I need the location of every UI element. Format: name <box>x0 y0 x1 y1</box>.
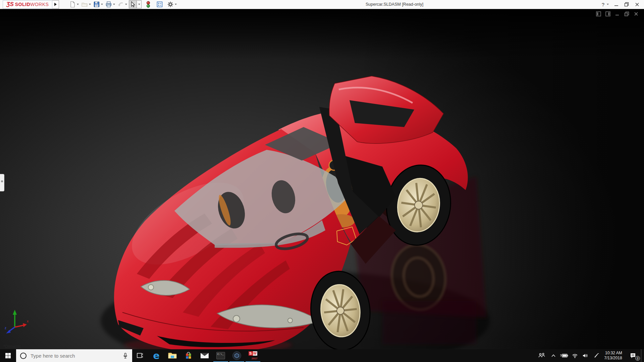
graphics-viewport[interactable]: x z *Dimetric <box>0 9 644 349</box>
orientation-triad: x z <box>4 307 30 335</box>
tray-date: 7/13/2018 <box>604 356 622 361</box>
system-tray: 10:32 AM 7/13/2018 2 <box>535 349 644 362</box>
pane-left-icon <box>596 11 601 16</box>
traffic-light-icon <box>145 1 152 8</box>
tray-overflow-button[interactable] <box>548 349 558 362</box>
document-window-controls <box>596 11 639 16</box>
print-dropdown[interactable] <box>113 4 115 5</box>
ds-logo-icon: ƷS <box>6 1 14 8</box>
action-center-button[interactable]: 2 <box>626 349 641 362</box>
view-orientation-label: *Dimetric <box>3 344 21 349</box>
store-icon <box>184 352 193 360</box>
titlebar: ƷS SOLID WORKS <box>0 0 644 9</box>
doc-close-icon <box>634 12 638 16</box>
file-properties-button[interactable] <box>156 0 164 8</box>
close-button[interactable] <box>634 1 640 7</box>
search-input[interactable] <box>31 353 118 359</box>
window-title: Supercar.SLDASM [Read-only] <box>366 2 423 7</box>
select-tool-button[interactable] <box>129 0 137 8</box>
save-dropdown[interactable] <box>101 4 103 5</box>
open-dropdown[interactable] <box>89 4 91 5</box>
edge-icon: e <box>153 350 160 361</box>
volume-button[interactable] <box>580 349 591 362</box>
tray-time: 10:32 AM <box>604 351 622 356</box>
file-explorer-icon <box>168 352 177 359</box>
gear-icon <box>167 1 174 8</box>
command-prompt-button[interactable]: C:\_ <box>213 349 229 362</box>
wifi-button[interactable] <box>570 349 580 362</box>
help-button[interactable]: ? <box>602 2 604 7</box>
feature-manager-collapsed-tab[interactable] <box>0 174 4 191</box>
mail-icon <box>200 352 209 359</box>
sw-letter-s: S <box>249 351 253 356</box>
show-desktop-button[interactable] <box>641 349 644 362</box>
select-cursor-icon <box>129 1 136 8</box>
clock[interactable]: 10:32 AM 7/13/2018 <box>602 349 626 362</box>
brand-works: WORKS <box>30 2 49 7</box>
battery-button[interactable] <box>558 349 570 362</box>
chevron-up-icon <box>551 354 556 357</box>
doc-minimize-icon <box>615 12 620 16</box>
battery-charging-icon <box>560 353 569 358</box>
pane-toggle-left-button[interactable] <box>596 11 601 16</box>
windows-logo-icon <box>5 353 11 359</box>
task-view-button[interactable] <box>132 349 148 362</box>
task-view-icon <box>137 352 144 359</box>
cortana-icon <box>20 353 26 359</box>
new-document-icon <box>69 1 76 8</box>
people-button[interactable] <box>535 349 548 362</box>
undo-dropdown[interactable] <box>125 4 127 5</box>
doc-close-button[interactable] <box>634 11 639 16</box>
start-button[interactable] <box>0 349 16 362</box>
new-document-button[interactable] <box>68 0 76 8</box>
select-tool-dropdown[interactable] <box>137 0 142 8</box>
save-button[interactable] <box>93 0 101 8</box>
minimize-button[interactable] <box>613 1 619 7</box>
pane-toggle-right-button[interactable] <box>605 11 610 16</box>
command-prompt-icon: C:\_ <box>216 352 225 359</box>
options-button[interactable] <box>166 0 174 8</box>
speaker-icon <box>582 353 588 358</box>
close-icon <box>635 2 639 7</box>
select-caret-icon <box>138 4 140 5</box>
flyout-arrow-icon <box>54 3 57 6</box>
taskbar-search[interactable] <box>16 349 132 362</box>
triad-z-label: z <box>5 326 6 330</box>
open-button[interactable] <box>80 0 89 8</box>
solidworks-app-icon: S W 2017 <box>249 351 258 360</box>
undo-icon <box>117 1 124 8</box>
options-dropdown[interactable] <box>175 4 177 5</box>
sw-year-label: 2017 <box>252 357 258 360</box>
print-button[interactable] <box>105 0 113 8</box>
store-button[interactable] <box>180 349 197 362</box>
wifi-icon <box>572 353 578 358</box>
help-dropdown[interactable] <box>607 4 609 5</box>
file-explorer-button[interactable] <box>164 349 180 362</box>
solidworks-logo: ƷS SOLID WORKS <box>3 0 52 9</box>
hexagon-app-icon <box>232 351 241 360</box>
new-document-dropdown[interactable] <box>77 4 79 5</box>
pane-right-icon <box>605 11 610 16</box>
tab-dot-icon <box>1 180 3 182</box>
hexagon-app-button[interactable] <box>229 349 245 362</box>
microphone-icon[interactable] <box>122 353 128 359</box>
pen-workspace-button[interactable] <box>591 349 602 362</box>
triad-x-label: x <box>27 319 29 323</box>
edge-button[interactable]: e <box>148 349 164 362</box>
doc-restore-button[interactable] <box>624 11 629 16</box>
window-controls: ? <box>602 1 644 7</box>
restore-button[interactable] <box>624 1 630 7</box>
rebuild-button[interactable] <box>144 0 152 8</box>
people-icon <box>538 353 545 359</box>
restore-icon <box>624 2 629 7</box>
minimize-icon <box>614 2 619 7</box>
solidworks-2017-button[interactable]: S W 2017 <box>245 349 261 362</box>
taskbar-apps: e C:\_ <box>132 349 261 362</box>
file-properties-icon <box>156 1 163 8</box>
doc-minimize-button[interactable] <box>615 11 620 16</box>
pen-icon <box>593 353 599 359</box>
open-folder-icon <box>81 1 88 8</box>
undo-button[interactable] <box>117 0 125 8</box>
menu-flyout-button[interactable] <box>52 0 59 9</box>
mail-button[interactable] <box>197 349 213 362</box>
